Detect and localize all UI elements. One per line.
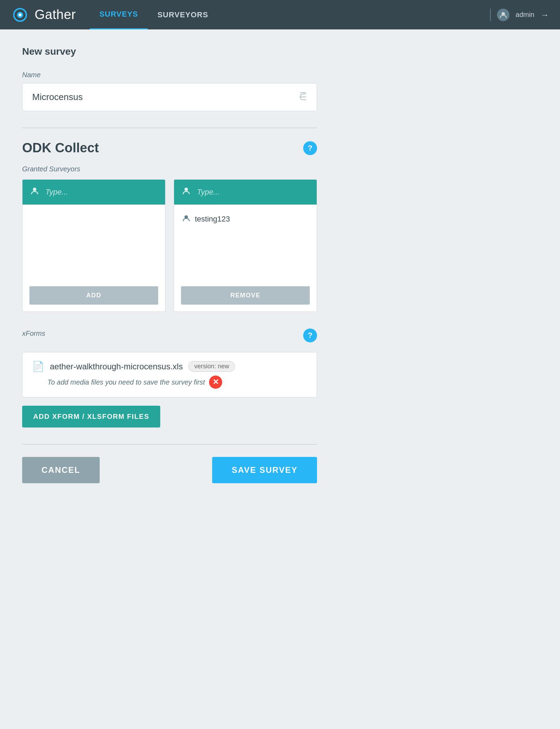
odk-section-header: ODK Collect ? [22,141,317,155]
save-survey-button[interactable]: SAVE SURVEY [212,457,317,483]
selected-search-input[interactable] [197,188,308,197]
person-search-icon-left [31,187,40,198]
main-content: New survey Name Microcensus ⋶ ODK Collec… [0,29,560,521]
surveyor-panels: ADD [22,179,317,312]
available-list [22,205,165,281]
name-input-container[interactable]: Microcensus ⋶ [22,83,317,111]
selected-list: testing123 [174,205,317,281]
remove-surveyor-button[interactable]: REMOVE [181,286,310,305]
xforms-section: xForms ? 📄 aether-walkthrough-microcensu… [22,328,317,428]
footer-actions: CANCEL SAVE SURVEY [22,457,317,504]
app-logo [11,6,29,24]
xform-media-row: To add media files you need to save the … [32,376,307,389]
admin-label: admin [516,11,534,19]
svg-point-6 [184,188,188,191]
odk-section-title: ODK Collect [22,141,99,155]
footer-divider [22,444,317,444]
xform-media-message: To add media files you need to save the … [47,378,205,386]
xforms-label: xForms [22,330,45,338]
remove-xform-button[interactable]: ✕ [209,376,222,389]
xform-row: 📄 aether-walkthrough-microcensus.xls ver… [32,361,307,372]
brand: Gather [11,6,76,24]
person-search-icon-right [182,187,191,198]
surveyor-name: testing123 [195,215,230,224]
admin-avatar-icon [497,9,509,21]
add-surveyor-button[interactable]: ADD [29,286,158,305]
header-right: admin → [490,9,549,21]
selected-search-bar[interactable] [174,180,317,205]
name-label: Name [22,71,317,79]
cancel-button[interactable]: CANCEL [22,457,100,483]
logout-icon[interactable]: → [541,10,549,20]
name-input-value: Microcensus [32,92,83,102]
xform-item: 📄 aether-walkthrough-microcensus.xls ver… [22,352,317,397]
add-xform-button[interactable]: ADD XFORM / XLSFORM FILES [22,406,160,428]
version-badge: version: new [188,361,235,372]
nav-surveys[interactable]: SURVEYS [90,0,148,29]
odk-help-icon[interactable]: ? [303,141,317,155]
list-item[interactable]: testing123 [174,209,317,229]
file-icon: 📄 [32,361,44,372]
app-name: Gather [35,7,76,22]
available-search-bar[interactable] [22,180,165,205]
header-divider [490,9,491,21]
main-nav: SURVEYS SURVEYORS [90,0,490,29]
xforms-section-header: xForms ? [22,328,317,342]
available-surveyors-panel: ADD [22,179,165,312]
input-icon: ⋶ [299,92,307,102]
nav-surveyors[interactable]: SURVEYORS [148,0,218,29]
svg-point-3 [19,14,21,16]
section-divider-1 [22,128,317,128]
selected-surveyors-panel: testing123 REMOVE [174,179,317,312]
svg-point-5 [33,188,36,191]
granted-surveyors-label: Granted Surveyors [22,165,317,173]
available-search-input[interactable] [45,188,157,197]
app-header: Gather SURVEYS SURVEYORS admin → [0,0,560,29]
xform-filename: aether-walkthrough-microcensus.xls [50,362,183,371]
page-title: New survey [22,46,317,57]
person-icon [182,214,190,224]
xforms-help-icon[interactable]: ? [303,328,317,342]
